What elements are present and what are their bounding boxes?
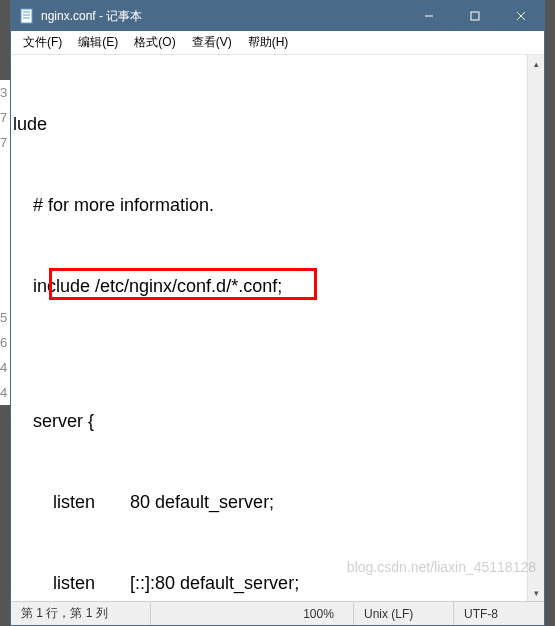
menu-help[interactable]: 帮助(H) (240, 32, 297, 53)
scroll-down-icon[interactable]: ▾ (528, 584, 544, 601)
menubar: 文件(F) 编辑(E) 格式(O) 查看(V) 帮助(H) (11, 31, 544, 55)
svg-rect-0 (21, 9, 32, 23)
code-line: listen [::]:80 default_server; (13, 570, 544, 597)
status-encoding: UTF-8 (454, 602, 544, 625)
scroll-up-icon[interactable]: ▴ (528, 55, 544, 72)
notepad-window: nginx.conf - 记事本 文件(F) 编辑(E) 格式(O) 查看(V)… (10, 0, 545, 626)
notepad-icon (19, 8, 35, 24)
vertical-scrollbar[interactable]: ▴ ▾ (527, 55, 544, 601)
close-button[interactable] (498, 1, 544, 31)
minimize-button[interactable] (406, 1, 452, 31)
maximize-button[interactable] (452, 1, 498, 31)
background-fragment: 377 5644 (0, 80, 10, 405)
status-line-ending: Unix (LF) (354, 602, 454, 625)
code-line: include /etc/nginx/conf.d/*.conf; (13, 273, 544, 300)
code-line: lude (13, 111, 544, 138)
code-line: # for more information. (13, 192, 544, 219)
menu-file[interactable]: 文件(F) (15, 32, 70, 53)
svg-rect-5 (471, 12, 479, 20)
menu-view[interactable]: 查看(V) (184, 32, 240, 53)
window-title: nginx.conf - 记事本 (41, 8, 406, 25)
editor-area[interactable]: lude # for more information. include /et… (11, 55, 544, 601)
code-line: listen 80 default_server; (13, 489, 544, 516)
statusbar: 第 1 行，第 1 列 100% Unix (LF) UTF-8 (11, 601, 544, 625)
menu-edit[interactable]: 编辑(E) (70, 32, 126, 53)
status-zoom: 100% (284, 602, 354, 625)
titlebar[interactable]: nginx.conf - 记事本 (11, 1, 544, 31)
code-line: server { (13, 408, 544, 435)
status-position: 第 1 行，第 1 列 (11, 602, 151, 625)
menu-format[interactable]: 格式(O) (126, 32, 183, 53)
